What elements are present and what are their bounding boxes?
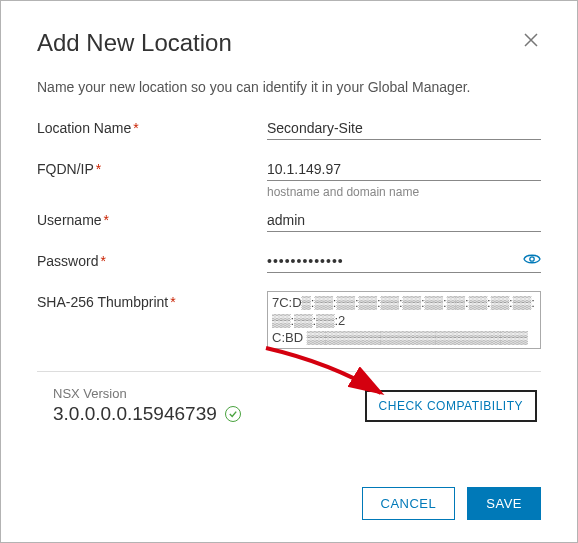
label-fqdn-text: FQDN/IP <box>37 161 94 177</box>
version-row: NSX Version 3.0.0.0.0.15946739 CHECK COM… <box>37 386 541 425</box>
version-value-wrap: 3.0.0.0.0.15946739 <box>53 403 241 425</box>
dialog-subtitle: Name your new location so you can identi… <box>37 79 541 95</box>
row-password: Password* <box>37 250 541 273</box>
label-thumbprint-text: SHA-256 Thumbprint <box>37 294 168 310</box>
label-password-text: Password <box>37 253 98 269</box>
label-username-text: Username <box>37 212 102 228</box>
dialog-footer: CANCEL SAVE <box>362 487 541 520</box>
version-label: NSX Version <box>53 386 241 401</box>
save-button[interactable]: SAVE <box>467 487 541 520</box>
row-username: Username* <box>37 209 541 232</box>
location-name-input[interactable] <box>267 117 541 140</box>
form: Location Name* FQDN/IP* hostname and dom… <box>37 117 541 353</box>
close-icon[interactable] <box>521 29 541 53</box>
version-block: NSX Version 3.0.0.0.0.15946739 <box>53 386 241 425</box>
row-fqdn: FQDN/IP* hostname and domain name <box>37 158 541 199</box>
check-compatibility-button[interactable]: CHECK COMPATIBILITY <box>365 390 537 422</box>
label-fqdn: FQDN/IP* <box>37 158 267 177</box>
divider <box>37 371 541 372</box>
dialog-title: Add New Location <box>37 29 232 57</box>
eye-icon[interactable] <box>523 252 541 270</box>
cancel-button[interactable]: CANCEL <box>362 487 456 520</box>
svg-point-0 <box>530 257 534 261</box>
label-username: Username* <box>37 209 267 228</box>
username-input[interactable] <box>267 209 541 232</box>
row-location: Location Name* <box>37 117 541 140</box>
password-input[interactable] <box>267 250 541 273</box>
dialog-header: Add New Location <box>37 29 541 57</box>
required-mark: * <box>133 120 138 136</box>
fqdn-hint: hostname and domain name <box>267 185 541 199</box>
thumbprint-input[interactable] <box>267 291 541 349</box>
required-mark: * <box>100 253 105 269</box>
label-location-text: Location Name <box>37 120 131 136</box>
label-location: Location Name* <box>37 117 267 136</box>
required-mark: * <box>96 161 101 177</box>
row-thumbprint: SHA-256 Thumbprint* <box>37 291 541 353</box>
fqdn-input[interactable] <box>267 158 541 181</box>
version-value: 3.0.0.0.0.15946739 <box>53 403 217 425</box>
checkmark-icon <box>225 406 241 422</box>
label-thumbprint: SHA-256 Thumbprint* <box>37 291 267 310</box>
label-password: Password* <box>37 250 267 269</box>
required-mark: * <box>104 212 109 228</box>
required-mark: * <box>170 294 175 310</box>
add-location-dialog: Add New Location Name your new location … <box>0 0 578 543</box>
